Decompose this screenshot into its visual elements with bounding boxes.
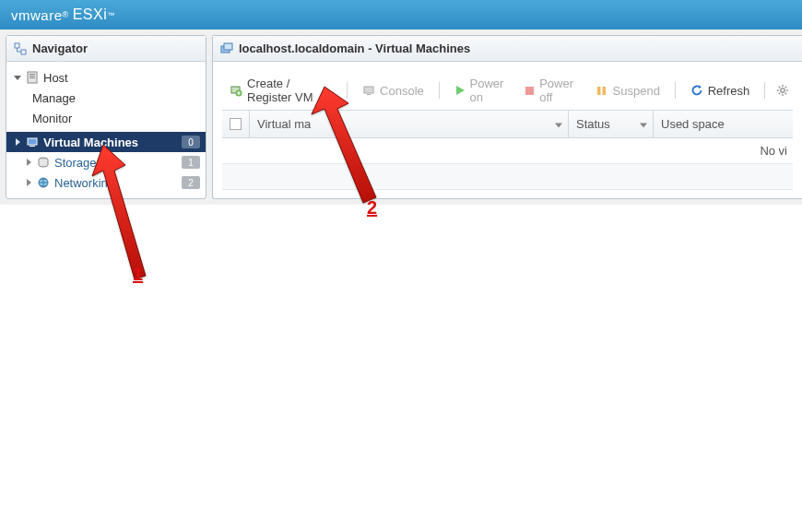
create-label: Create / Register VM: [247, 77, 332, 104]
caret-right-icon[interactable]: [12, 136, 23, 148]
svg-rect-11: [224, 43, 232, 50]
svg-rect-16: [525, 87, 534, 95]
power-off-button[interactable]: Power off: [517, 79, 585, 101]
svg-rect-6: [28, 138, 37, 145]
tree-host[interactable]: Host: [6, 67, 206, 88]
navigator-panel: Navigator Host Manage Monitor: [6, 35, 206, 199]
svg-rect-15: [367, 94, 371, 95]
caret-right-icon[interactable]: [23, 177, 34, 188]
host-label: Host: [43, 71, 200, 85]
monitor-label: Monitor: [32, 112, 72, 125]
col-used-label: Used space: [661, 117, 725, 131]
host-children: Manage Monitor: [6, 88, 206, 128]
suspend-button[interactable]: Suspend: [588, 79, 667, 101]
settings-button[interactable]: [773, 79, 793, 101]
chevron-down-icon[interactable]: [640, 117, 647, 131]
storage-label: Storage: [54, 156, 182, 170]
toolbar-separator: [675, 82, 676, 99]
svg-rect-0: [15, 43, 19, 48]
grid-row-alt: [222, 164, 793, 190]
toolbar-separator: [439, 82, 440, 99]
product-logo: vmware® ESXi™: [11, 6, 115, 23]
power-on-button[interactable]: Power on: [447, 79, 516, 101]
logo-esxi: ESXi: [73, 6, 108, 23]
svg-rect-7: [29, 146, 35, 147]
caret-down-icon[interactable]: [12, 72, 23, 83]
vm-badge: 0: [182, 136, 200, 148]
grid-header: Virtual ma Status Used space: [222, 111, 793, 138]
grid-empty-row: No vi: [222, 138, 793, 164]
toolbar-separator: [764, 82, 765, 99]
chevron-down-icon[interactable]: [555, 117, 562, 131]
tree-storage[interactable]: Storage 1: [6, 152, 206, 172]
console-label: Console: [380, 84, 424, 98]
main-title-bar: localhost.localdomain - Virtual Machines: [213, 36, 802, 62]
logo-tm: ™: [107, 11, 115, 19]
select-all-checkbox[interactable]: [222, 111, 250, 137]
gear-icon: [776, 84, 789, 97]
storage-badge: 1: [182, 156, 200, 169]
app-header: vmware® ESXi™: [0, 0, 802, 30]
caret-right-icon[interactable]: [23, 157, 34, 168]
logo-reg: ®: [63, 10, 69, 19]
navigator-tree: Host Manage Monitor Virtual Machines 0: [6, 62, 206, 198]
navigator-title: Navigator: [32, 41, 88, 55]
col-vm-label: Virtual ma: [257, 117, 311, 131]
svg-rect-3: [29, 74, 35, 75]
poweroff-label: Power off: [539, 77, 578, 104]
networking-badge: 2: [182, 176, 200, 189]
logo-vm: vm: [11, 7, 30, 23]
console-icon: [362, 84, 375, 97]
empty-text: No vi: [760, 144, 787, 158]
navigator-icon: [14, 42, 27, 55]
host-icon: [25, 70, 40, 85]
logo-ware: ware: [30, 7, 63, 23]
create-register-vm-button[interactable]: Create / Register VM: [222, 79, 339, 101]
main-title: localhost.localdomain - Virtual Machines: [239, 41, 470, 55]
toolbar: Create / Register VM Console Power on: [213, 75, 802, 106]
svg-rect-1: [21, 50, 26, 54]
svg-rect-17: [597, 87, 601, 95]
tree-networking[interactable]: Networking 2: [6, 172, 206, 193]
tree-manage[interactable]: Manage: [32, 88, 206, 108]
main-panel: localhost.localdomain - Virtual Machines…: [212, 35, 802, 199]
col-status-label: Status: [576, 117, 610, 131]
create-vm-icon: [230, 84, 242, 97]
vm-group-icon: [220, 42, 233, 55]
svg-rect-14: [364, 87, 373, 93]
refresh-label: Refresh: [708, 84, 750, 98]
suspend-label: Suspend: [613, 84, 660, 98]
console-button[interactable]: Console: [355, 79, 431, 101]
vms-grid: Virtual ma Status Used space No vi: [222, 110, 793, 190]
vm-icon: [25, 135, 40, 149]
network-icon: [36, 175, 51, 190]
col-status[interactable]: Status: [569, 111, 654, 137]
manage-label: Manage: [32, 91, 76, 105]
tree-virtual-machines[interactable]: Virtual Machines 0: [6, 132, 206, 152]
navigator-title-bar: Navigator: [6, 36, 206, 62]
poweron-label: Power on: [470, 77, 509, 104]
col-virtual-machine[interactable]: Virtual ma: [250, 111, 569, 137]
svg-rect-20: [230, 119, 242, 130]
toolbar-separator: [347, 82, 348, 99]
networking-label: Networking: [54, 176, 182, 190]
pause-icon: [596, 84, 608, 97]
svg-rect-18: [603, 87, 607, 95]
tree-monitor[interactable]: Monitor: [32, 108, 206, 128]
svg-point-19: [781, 89, 784, 92]
refresh-button[interactable]: Refresh: [683, 79, 758, 101]
stop-icon: [525, 84, 535, 97]
play-icon: [454, 84, 466, 97]
svg-rect-5: [29, 77, 35, 78]
annotation-label-1: 1: [133, 264, 143, 285]
vm-label: Virtual Machines: [43, 136, 182, 149]
storage-icon: [36, 155, 51, 170]
refresh-icon: [690, 84, 703, 97]
col-used-space[interactable]: Used space: [654, 111, 793, 137]
svg-rect-4: [29, 76, 35, 77]
